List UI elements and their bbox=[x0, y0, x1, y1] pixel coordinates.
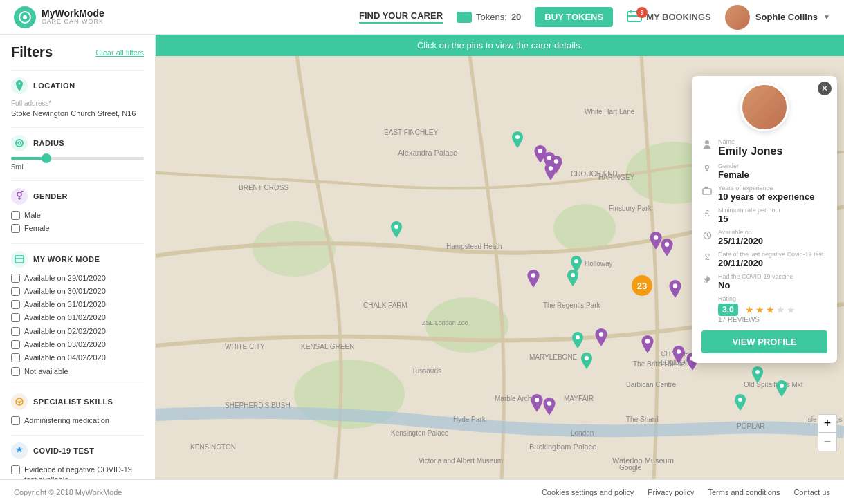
bookings-nav[interactable]: 9 MY BOOKINGS bbox=[627, 10, 711, 24]
svg-text:EAST FINCHLEY: EAST FINCHLEY bbox=[384, 129, 438, 136]
tokens-area: Tokens: 20 bbox=[457, 12, 521, 23]
workmode-checkbox-0[interactable] bbox=[11, 274, 20, 283]
map-hint: Click on the pins to view the carer deta… bbox=[156, 35, 844, 56]
svg-text:White Hart Lane: White Hart Lane bbox=[585, 108, 635, 115]
svg-point-80 bbox=[705, 140, 709, 144]
carer-popup: ✕ Name Emily Jones bbox=[692, 76, 837, 363]
popup-rating-content: Rating 3.0 ★ ★ ★ ★ ★ 17 REVIEWS bbox=[701, 295, 827, 324]
map-pin-purple[interactable] bbox=[659, 239, 675, 259]
workmode-checkbox-1[interactable] bbox=[11, 287, 20, 296]
carer-available: 25/11/2020 bbox=[718, 236, 827, 246]
popup-close-button[interactable]: ✕ bbox=[818, 82, 832, 95]
list-item[interactable]: Available on 04/02/2020 bbox=[11, 353, 144, 362]
workmode-checkbox-6[interactable] bbox=[11, 353, 20, 362]
list-item[interactable]: Available on 30/01/2020 bbox=[11, 286, 144, 296]
zoom-in-button[interactable]: + bbox=[818, 415, 836, 433]
map-pin[interactable] bbox=[571, 332, 585, 351]
bookings-badge: 9 bbox=[636, 7, 648, 18]
tokens-label: Tokens: bbox=[476, 12, 507, 22]
map-cluster-pin[interactable]: 23 bbox=[632, 275, 652, 296]
gender-male-checkbox[interactable] bbox=[11, 211, 20, 220]
map-pin[interactable] bbox=[389, 221, 403, 241]
sidebar: Filters Clear all filters LOCATION Full … bbox=[0, 35, 156, 479]
clear-all-button[interactable]: Clear all filters bbox=[95, 48, 144, 57]
popup-vaccine-content: Had the COVID-19 vaccine No bbox=[718, 273, 827, 290]
terms-link[interactable]: Terms and conditions bbox=[708, 488, 780, 496]
skills-med-item[interactable]: Administering medication bbox=[11, 416, 144, 425]
map-pin-purple[interactable] bbox=[526, 270, 541, 290]
list-item[interactable]: Available on 29/01/2020 bbox=[11, 273, 144, 283]
covid-test-item[interactable]: Evidence of negative COVID-19 test avail… bbox=[11, 465, 144, 479]
star-1: ★ bbox=[745, 304, 754, 315]
user-avatar bbox=[725, 5, 750, 30]
bookings-label: MY BOOKINGS bbox=[646, 12, 711, 22]
gender-female-item[interactable]: Female bbox=[11, 223, 144, 233]
tokens-count: 20 bbox=[511, 12, 521, 22]
find-carer-link[interactable]: FIND YOUR CARER bbox=[359, 10, 443, 24]
list-item[interactable]: Available on 03/02/2020 bbox=[11, 339, 144, 349]
buy-tokens-button[interactable]: BUY TOKENS bbox=[535, 7, 613, 27]
workmode-checkbox-3[interactable] bbox=[11, 313, 20, 322]
popup-experience-content: Years of experience 10 years of experien… bbox=[718, 185, 827, 202]
filter-section-skills: SPECIALIST SKILLS Administering medicati… bbox=[11, 386, 144, 425]
workmode-checkbox-5[interactable] bbox=[11, 340, 20, 349]
svg-point-62 bbox=[738, 398, 742, 402]
gender-male-item[interactable]: Male bbox=[11, 210, 144, 220]
user-area[interactable]: Sophie Collins ▼ bbox=[725, 5, 830, 30]
svg-point-71 bbox=[673, 283, 677, 288]
zoom-out-button[interactable]: − bbox=[818, 433, 836, 451]
workmode-checkbox-2[interactable] bbox=[11, 300, 20, 309]
workmode-checkbox-4[interactable] bbox=[11, 327, 20, 336]
contact-link[interactable]: Contact us bbox=[793, 488, 830, 496]
map-pin[interactable] bbox=[580, 353, 594, 372]
svg-text:BRENT CROSS: BRENT CROSS bbox=[239, 184, 288, 192]
workmode-checkbox-7[interactable] bbox=[11, 367, 20, 376]
svg-text:Buckingham Palace: Buckingham Palace bbox=[529, 442, 596, 451]
svg-point-1 bbox=[23, 15, 27, 19]
cookies-link[interactable]: Cookies settings and policy bbox=[542, 488, 634, 496]
svg-point-55 bbox=[394, 225, 398, 229]
gender-options: Male Female bbox=[11, 210, 144, 234]
popup-body: Name Emily Jones Gender Female bbox=[692, 131, 837, 363]
popup-avatar bbox=[740, 83, 789, 131]
star-5: ★ bbox=[787, 304, 796, 315]
vaccine-icon bbox=[701, 274, 713, 285]
list-item[interactable]: Available on 01/02/2020 bbox=[11, 312, 144, 322]
rating-badge: 3.0 bbox=[718, 304, 738, 316]
popup-avatar-area bbox=[692, 76, 837, 131]
map-pin-purple[interactable] bbox=[640, 335, 655, 356]
logo: MyWorkMode CARE CAN WORK bbox=[14, 6, 104, 28]
svg-rect-6 bbox=[15, 256, 24, 263]
gender-female-label: Female bbox=[24, 223, 50, 233]
svg-text:Tussauds: Tussauds bbox=[412, 367, 441, 375]
map-pin-purple[interactable] bbox=[671, 346, 686, 366]
user-name: Sophie Collins bbox=[755, 12, 818, 22]
map-pin[interactable] bbox=[566, 270, 580, 289]
map-pin[interactable] bbox=[775, 380, 789, 400]
map-pin[interactable] bbox=[751, 366, 764, 386]
covid-test-checkbox[interactable] bbox=[11, 465, 20, 474]
list-item[interactable]: Not available bbox=[11, 366, 144, 376]
gender-female-checkbox[interactable] bbox=[11, 224, 20, 233]
carer-rate: 15 bbox=[718, 214, 827, 224]
location-section-title: LOCATION bbox=[33, 82, 75, 90]
map-pin[interactable] bbox=[511, 131, 524, 151]
map-pin-purple[interactable] bbox=[668, 280, 683, 301]
svg-point-66 bbox=[549, 166, 553, 170]
privacy-link[interactable]: Privacy policy bbox=[648, 488, 694, 496]
map-pin[interactable] bbox=[733, 394, 747, 413]
view-profile-button[interactable]: VIEW PROFILE bbox=[701, 330, 827, 353]
map-pin-purple[interactable] bbox=[543, 162, 558, 183]
skills-med-checkbox[interactable] bbox=[11, 416, 20, 425]
map-pin-purple[interactable] bbox=[594, 328, 609, 349]
list-item[interactable]: Available on 31/01/2020 bbox=[11, 299, 144, 309]
list-item[interactable]: Available on 02/02/2020 bbox=[11, 326, 144, 336]
svg-text:Hampstead Heath: Hampstead Heath bbox=[446, 243, 502, 250]
slider-thumb[interactable] bbox=[42, 153, 51, 163]
skills-options: Administering medication bbox=[11, 416, 144, 425]
map-pin-purple[interactable] bbox=[542, 398, 557, 418]
radius-header: RADIUS bbox=[11, 135, 144, 151]
gender-label: Gender bbox=[718, 162, 827, 169]
workmode-header: MY WORK MODE bbox=[11, 251, 144, 268]
svg-text:SHEPHERD'S BUSH: SHEPHERD'S BUSH bbox=[225, 402, 291, 409]
